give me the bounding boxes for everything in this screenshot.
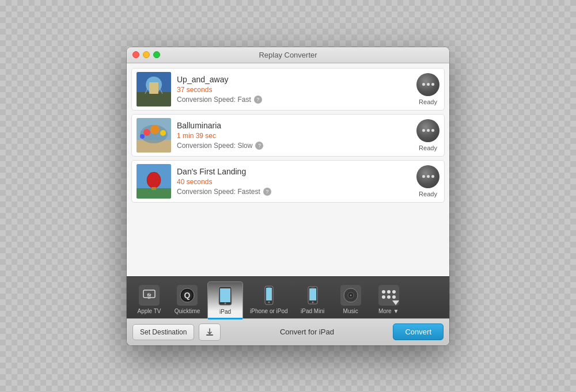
svg-rect-1 <box>137 92 171 106</box>
svg-rect-19 <box>151 187 156 190</box>
thumbnail <box>137 118 171 153</box>
svg-point-44 <box>350 294 351 296</box>
svg-rect-53 <box>206 334 213 336</box>
toolbar-item-label: Quicktime <box>175 308 200 314</box>
svg-point-12 <box>140 134 145 139</box>
iphone-icon <box>259 285 279 306</box>
thumbnail <box>137 164 171 199</box>
help-icon[interactable]: ? <box>254 96 262 104</box>
svg-point-9 <box>143 129 150 136</box>
device-toolbar:  tv Apple TV Q Quicktime <box>127 276 449 318</box>
minimize-button[interactable] <box>143 51 150 58</box>
svg-point-32 <box>225 302 226 304</box>
svg-point-46 <box>382 290 385 294</box>
status-badge: Ready <box>419 191 437 197</box>
set-destination-button[interactable]: Set Destination <box>132 324 194 340</box>
close-button[interactable] <box>132 51 139 58</box>
apple-tv-icon:  tv <box>139 285 160 306</box>
svg-point-11 <box>160 130 166 136</box>
app-window: Replay Converter Up_and_away <box>127 47 449 345</box>
toolbar-item-music[interactable]: Music <box>333 281 369 318</box>
file-action: Ready <box>416 73 439 105</box>
maximize-button[interactable] <box>153 51 160 58</box>
toolbar-item-label: Apple TV <box>138 308 161 314</box>
toolbar-item-label: iPhone or iPod <box>250 308 288 314</box>
file-name: Balluminaria <box>177 121 411 130</box>
thumbnail <box>137 72 171 106</box>
file-action: Ready <box>416 119 439 151</box>
convert-button[interactable]: Convert <box>393 324 444 340</box>
svg-rect-40 <box>311 287 314 288</box>
file-name: Up_and_away <box>177 75 411 84</box>
toolbar-item-label: Music <box>343 308 358 314</box>
svg-text:Q: Q <box>184 291 191 300</box>
svg-rect-34 <box>266 288 272 300</box>
file-speed: Conversion Speed: Slow ? <box>177 142 411 150</box>
svg-point-49 <box>382 295 385 299</box>
svg-point-50 <box>387 295 391 299</box>
dots-icon <box>422 175 434 178</box>
file-action: Ready <box>416 165 439 197</box>
help-icon[interactable]: ? <box>255 142 263 150</box>
music-icon <box>340 285 361 306</box>
file-info: Balluminaria 1 min 39 sec Conversion Spe… <box>177 121 411 150</box>
svg-point-51 <box>392 295 396 299</box>
file-speed: Conversion Speed: Fast ? <box>177 96 411 104</box>
svg-point-47 <box>387 290 391 294</box>
table-row: Dan's First Landing 40 seconds Conversio… <box>131 160 445 203</box>
bottom-bar: Set Destination Convert for iPad Convert <box>127 318 449 345</box>
file-duration: 37 seconds <box>177 86 411 94</box>
file-info: Dan's First Landing 40 seconds Conversio… <box>177 167 411 196</box>
svg-rect-3 <box>149 82 158 94</box>
action-button[interactable] <box>416 165 439 188</box>
ipad-mini-icon <box>302 285 323 306</box>
table-row: Balluminaria 1 min 39 sec Conversion Spe… <box>131 114 445 157</box>
toolbar-item-ipad-mini[interactable]: iPad Mini <box>295 281 331 318</box>
file-name: Dan's First Landing <box>177 167 411 176</box>
ipad-icon <box>215 286 236 306</box>
svg-rect-31 <box>220 288 230 302</box>
file-duration: 40 seconds <box>177 178 411 186</box>
file-speed: Conversion Speed: Fastest ? <box>177 188 411 196</box>
toolbar-item-iphone-ipod[interactable]: iPhone or iPod <box>245 281 293 318</box>
titlebar: Replay Converter <box>127 47 449 63</box>
toolbar-item-apple-tv[interactable]:  tv Apple TV <box>131 281 167 318</box>
table-row: Up_and_away 37 seconds Conversion Speed:… <box>131 68 445 111</box>
toolbar-item-label: iPad <box>219 309 231 315</box>
window-controls <box>132 51 160 58</box>
svg-rect-38 <box>309 288 316 300</box>
dots-icon <box>422 83 434 86</box>
download-icon <box>205 328 214 337</box>
toolbar-item-label: More ▼ <box>378 308 399 314</box>
download-icon-button[interactable] <box>199 324 221 341</box>
window-title: Replay Converter <box>259 51 317 59</box>
status-badge: Ready <box>419 98 437 105</box>
svg-point-35 <box>268 301 270 303</box>
action-button[interactable] <box>416 119 439 142</box>
file-list: Up_and_away 37 seconds Conversion Speed:… <box>127 63 449 276</box>
quicktime-icon: Q <box>177 285 198 306</box>
toolbar-item-label: iPad Mini <box>301 308 324 314</box>
more-icon <box>378 285 399 306</box>
svg-point-48 <box>392 290 396 294</box>
action-button[interactable] <box>416 73 439 96</box>
convert-info-label: Convert for iPad <box>225 328 388 336</box>
file-info: Up_and_away 37 seconds Conversion Speed:… <box>177 75 411 104</box>
svg-text:tv: tv <box>147 292 151 298</box>
file-duration: 1 min 39 sec <box>177 132 411 140</box>
toolbar-item-quicktime[interactable]: Q Quicktime <box>169 281 205 318</box>
toolbar-item-more[interactable]: More ▼ <box>371 281 407 318</box>
status-badge: Ready <box>419 144 437 151</box>
dots-icon <box>422 129 434 132</box>
svg-point-39 <box>312 301 313 303</box>
svg-rect-36 <box>267 287 271 288</box>
help-icon[interactable]: ? <box>263 188 271 196</box>
toolbar-item-ipad[interactable]: iPad <box>207 281 243 318</box>
svg-point-10 <box>150 125 160 134</box>
